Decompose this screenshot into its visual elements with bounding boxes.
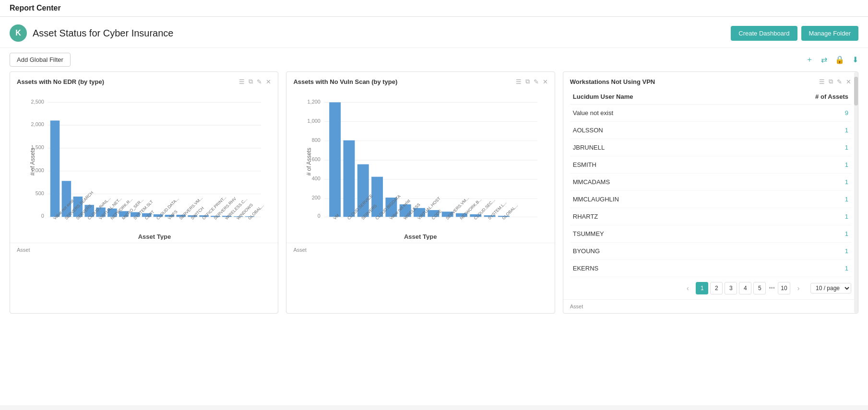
panel-scrollbar[interactable] — [854, 72, 858, 313]
row-count: 1 — [747, 208, 851, 225]
row-username: EKERNS — [570, 260, 747, 277]
vuln-chart-svg: 1,200 1,000 800 600 400 200 0 # of Asset… — [293, 94, 547, 240]
download-icon[interactable]: ⬇ — [852, 55, 858, 64]
table-row: JBRUNELL1 — [570, 139, 851, 156]
page-3-btn[interactable]: 3 — [725, 282, 737, 294]
svg-text:1,200: 1,200 — [308, 99, 321, 105]
table-header-row: Lucidum User Name # of Assets — [570, 89, 851, 105]
svg-text:200: 200 — [312, 195, 321, 200]
page-container: K Asset Status for Cyber Insurance Creat… — [0, 17, 868, 405]
panel-scrollbar-thumb — [854, 77, 858, 105]
row-count: 1 — [747, 122, 851, 139]
vuln-bar-1[interactable] — [330, 102, 341, 217]
panel-vpn-footer: Asset — [563, 299, 858, 313]
table-row: ESMITH1 — [570, 156, 851, 174]
svg-text:800: 800 — [312, 137, 321, 143]
svg-text:400: 400 — [312, 176, 321, 181]
panels-container: Assets with No EDR (by type) ☰ ⧉ ✎ ✕ 2,5… — [0, 71, 868, 323]
row-count: 1 — [747, 174, 851, 191]
panel-edr-edit-icon[interactable]: ✎ — [257, 78, 262, 85]
row-username: RHARTZ — [570, 208, 747, 225]
row-username: ESMITH — [570, 156, 747, 174]
col-username-header: Lucidum User Name — [570, 89, 747, 105]
app-header: Report Center — [0, 0, 868, 17]
report-header: K Asset Status for Cyber Insurance Creat… — [0, 17, 868, 48]
page-10-btn[interactable]: 10 — [778, 282, 790, 294]
panel-edr-icons: ☰ ⧉ ✎ ✕ — [239, 78, 271, 85]
panel-edr-copy-icon[interactable]: ⧉ — [249, 78, 253, 85]
app-title: Report Center — [10, 4, 61, 12]
page-dots: ••• — [768, 285, 776, 292]
prev-page-btn[interactable]: ‹ — [681, 282, 694, 294]
pagination: ‹ 1 2 3 4 5 ••• 10 › 10 / page 20 / page… — [563, 277, 858, 299]
svg-text:2,000: 2,000 — [31, 121, 44, 127]
panel-vpn-table-icon[interactable]: ☰ — [819, 78, 825, 85]
panel-vuln-icons: ☰ ⧉ ✎ ✕ — [516, 78, 548, 85]
table-row: MMCADAMS1 — [570, 174, 851, 191]
row-count: 9 — [747, 105, 851, 122]
panel-vuln-table-icon[interactable]: ☰ — [516, 78, 522, 85]
toolbar-icons: ＋ ⇄ 🔒 ⬇ — [806, 55, 858, 65]
page-4-btn[interactable]: 4 — [739, 282, 751, 294]
panel-edr-title: Assets with No EDR (by type) — [17, 78, 104, 85]
row-username: AOLSSON — [570, 122, 747, 139]
table-row: Value not exist9 — [570, 105, 851, 122]
add-global-filter-button[interactable]: Add Global Filter — [10, 53, 71, 67]
vpn-table: Lucidum User Name # of Assets Value not … — [570, 89, 851, 277]
create-dashboard-button[interactable]: Create Dashboard — [731, 26, 797, 41]
svg-text:600: 600 — [312, 156, 321, 162]
panel-vuln-header: Assets with No Vuln Scan (by type) ☰ ⧉ ✎… — [286, 72, 554, 89]
panel-edr-table-icon[interactable]: ☰ — [239, 78, 245, 85]
svg-text:# of Assets: # of Assets — [306, 148, 313, 176]
manage-folder-button[interactable]: Manage Folder — [801, 26, 858, 41]
panel-vpn-header: Workstations Not Using VPN ☰ ⧉ ✎ ✕ — [563, 72, 858, 89]
panel-vuln-close-icon[interactable]: ✕ — [543, 78, 548, 85]
row-count: 1 — [747, 156, 851, 174]
row-count: 1 — [747, 243, 851, 260]
row-username: TSUMMEY — [570, 225, 747, 243]
row-username: MMCADAMS — [570, 174, 747, 191]
report-title-area: K Asset Status for Cyber Insurance — [10, 24, 173, 42]
panel-vuln: Assets with No Vuln Scan (by type) ☰ ⧉ ✎… — [286, 71, 555, 314]
svg-text:0: 0 — [41, 213, 44, 219]
panel-vuln-footer: Asset — [286, 243, 554, 257]
page-size-select[interactable]: 10 / page 20 / page 50 / page — [810, 283, 851, 293]
table-row: MMCLAUGHLIN1 — [570, 191, 851, 208]
table-row: BYOUNG1 — [570, 243, 851, 260]
table-row: EKERNS1 — [570, 260, 851, 277]
svg-text:1,000: 1,000 — [308, 118, 321, 124]
panel-vpn-title: Workstations Not Using VPN — [570, 78, 655, 85]
table-row: TSUMMEY1 — [570, 225, 851, 243]
lock-icon[interactable]: 🔒 — [835, 55, 844, 64]
page-1-btn[interactable]: 1 — [696, 282, 708, 294]
vuln-bar-2[interactable] — [344, 141, 355, 217]
row-count: 1 — [747, 191, 851, 208]
panel-vpn-close-icon[interactable]: ✕ — [846, 78, 851, 85]
panel-vuln-copy-icon[interactable]: ⧉ — [525, 78, 530, 85]
panel-vpn-edit-icon[interactable]: ✎ — [837, 78, 842, 85]
col-assets-header: # of Assets — [747, 89, 851, 105]
page-2-btn[interactable]: 2 — [710, 282, 723, 294]
row-username: JBRUNELL — [570, 139, 747, 156]
panel-edr-header: Assets with No EDR (by type) ☰ ⧉ ✎ ✕ — [10, 72, 278, 89]
row-count: 1 — [747, 139, 851, 156]
panel-vuln-chart: 1,200 1,000 800 600 400 200 0 # of Asset… — [286, 89, 554, 243]
svg-text:Asset Type: Asset Type — [138, 233, 171, 240]
add-icon[interactable]: ＋ — [806, 55, 813, 65]
header-buttons: Create Dashboard Manage Folder — [731, 26, 858, 41]
row-count: 1 — [747, 225, 851, 243]
panel-vpn-copy-icon[interactable]: ⧉ — [829, 78, 833, 85]
next-page-btn[interactable]: › — [792, 282, 805, 294]
vpn-table-container: Lucidum User Name # of Assets Value not … — [563, 89, 858, 277]
panel-vpn: Workstations Not Using VPN ☰ ⧉ ✎ ✕ Lucid… — [563, 71, 858, 314]
panel-edr: Assets with No EDR (by type) ☰ ⧉ ✎ ✕ 2,5… — [10, 71, 278, 314]
bar-1[interactable] — [50, 120, 60, 217]
panel-vuln-edit-icon[interactable]: ✎ — [534, 78, 539, 85]
svg-text:# of Assets: # of Assets — [29, 148, 36, 176]
table-row: RHARTZ1 — [570, 208, 851, 225]
page-5-btn[interactable]: 5 — [753, 282, 766, 294]
panel-edr-close-icon[interactable]: ✕ — [266, 78, 271, 85]
row-username: Value not exist — [570, 105, 747, 122]
svg-text:500: 500 — [36, 190, 44, 196]
share-icon[interactable]: ⇄ — [821, 55, 827, 64]
